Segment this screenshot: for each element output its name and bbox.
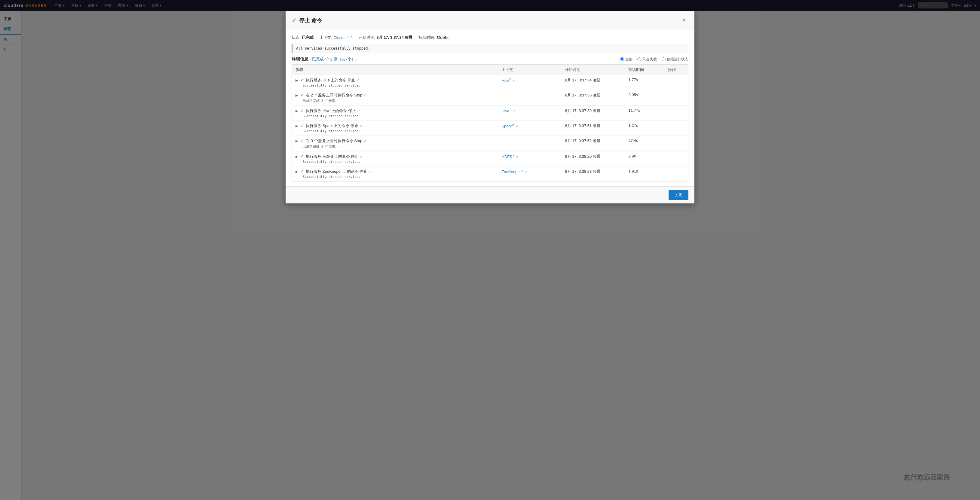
expand-icon-6[interactable]: ▶ [296, 170, 298, 173]
check-icon-6: ✓ [300, 169, 304, 174]
dialog-body: 状态: 已完成 上下文: Cluster 1 ↗ 开始时间: 8月 17, 3:… [286, 30, 694, 186]
table-row: ▶ ✓ 执行服务 HDFS 上的命令 停止 ⤢ Successfully sto… [292, 151, 689, 167]
detail-left: 详细信息 已完成7个步骤（共7个）。 [291, 57, 359, 62]
step-name-0: 执行服务 Hue 上的命令 停止 [306, 78, 355, 83]
step-sub-4: 已成功完成 3 个步骤。 [296, 144, 494, 149]
success-check-icon: ✓ [291, 17, 297, 24]
expand-icon-1[interactable]: ▶ [296, 94, 298, 97]
step-name-row-0: ▶ ✓ 执行服务 Hue 上的命令 停止 ⤢ [296, 78, 494, 83]
close-button[interactable]: 关闭 [668, 190, 689, 200]
table-row: ▶ ✓ 在 3 个服务上同时执行命令 Stop ⤢ 已成功完成 3 个步骤。 8… [292, 136, 689, 151]
step-count[interactable]: 已完成7个步骤（共7个）。 [312, 57, 359, 62]
context-link-icon-2[interactable]: ⤢ [513, 110, 515, 113]
expand-icon-5[interactable]: ▶ [296, 155, 298, 158]
step-name-5: 执行服务 HDFS 上的命令 停止 [306, 154, 359, 159]
context-link-3[interactable]: Spark↗ [501, 124, 514, 128]
dialog-overlay: ✓ 停止 命令 × 状态: 已完成 上下文: Cluster 1 ↗ [0, 0, 980, 500]
context-ext-icon-5: ↗ [512, 154, 515, 157]
dialog-header: ✓ 停止 命令 × [286, 11, 694, 30]
th-duration: 持续时间 [625, 65, 664, 75]
actions-cell-3 [664, 121, 688, 136]
step-name-row-3: ▶ ✓ 执行服务 Spark 上的命令 停止 ⤢ [296, 123, 494, 129]
th-step: 步骤 [292, 65, 498, 75]
context-link-icon-3[interactable]: ⤢ [515, 124, 518, 128]
radio-fail[interactable]: 只会失败 [637, 57, 657, 62]
expand-icon-0[interactable]: ▶ [296, 78, 298, 82]
context-cell-0: Hue↗ ⤢ [498, 75, 561, 90]
link-icon-6[interactable]: ⤢ [369, 170, 371, 173]
step-name-row-1: ▶ ✓ 在 2 个服务上同时执行命令 Stop ⤢ [296, 92, 494, 98]
radio-running-input[interactable] [662, 57, 665, 61]
step-name-row-5: ▶ ✓ 执行服务 HDFS 上的命令 停止 ⤢ [296, 154, 494, 159]
context-cell-5: HDFS↗ ⤢ [498, 151, 561, 167]
radio-fail-input[interactable] [637, 57, 641, 61]
success-message: All services successfully stopped. [291, 44, 689, 53]
context-link-0[interactable]: Hue↗ [501, 78, 511, 83]
expand-icon-4[interactable]: ▶ [296, 139, 298, 143]
context-link[interactable]: Cluster 1 ↗ [333, 35, 353, 40]
step-sub-6: Successfully stopped service. [296, 175, 494, 179]
check-icon-0: ✓ [300, 78, 304, 83]
check-icon-1: ✓ [300, 93, 304, 97]
context-cell-4 [498, 136, 561, 151]
expand-icon-2[interactable]: ▶ [296, 109, 298, 113]
duration-cell-6: 1.91s [625, 167, 664, 181]
context-cell-2: Hive↗ ⤢ [498, 106, 561, 121]
status-item-context: 上下文: Cluster 1 ↗ [320, 35, 353, 40]
duration-cell-1: 3.05s [625, 90, 664, 106]
duration-cell-3: 1.27s [625, 121, 664, 136]
actions-cell-5 [664, 151, 688, 167]
step-sub-5: Successfully stopped service. [296, 160, 494, 164]
dialog-title-row: ✓ 停止 命令 [291, 17, 322, 24]
check-icon-5: ✓ [300, 154, 304, 159]
step-cell-2: ▶ ✓ 执行服务 Hive 上的命令 停止 ⤢ Successfully sto… [292, 106, 498, 121]
link-icon-2[interactable]: ⤢ [357, 109, 360, 113]
start-value: 8月 17, 3:37:34 凌晨 [377, 35, 413, 40]
start-cell-2: 8月 17, 3:37:39 凌晨 [561, 106, 625, 121]
link-icon-5[interactable]: ⤢ [360, 155, 363, 158]
context-link-5[interactable]: HDFS↗ [501, 154, 514, 159]
expand-icon-3[interactable]: ▶ [296, 124, 298, 128]
context-ext-icon: ↗ [350, 35, 353, 38]
table-row: ▶ ✓ 执行服务 Hive 上的命令 停止 ⤢ Successfully sto… [292, 106, 689, 121]
link-icon-4[interactable]: ⤢ [363, 139, 366, 143]
radio-running[interactable]: 仅限运行状态 [662, 57, 689, 62]
context-link-icon-0[interactable]: ⤢ [512, 79, 515, 83]
actions-cell-6 [664, 167, 688, 181]
step-name-2: 执行服务 Hive 上的命令 停止 [306, 108, 356, 113]
step-cell-0: ▶ ✓ 执行服务 Hue 上的命令 停止 ⤢ Successfully stop… [292, 75, 498, 90]
step-name-row-6: ▶ ✓ 执行服务 ZooKeeper 上的命令 停止 ⤢ [296, 169, 494, 174]
status-value: 已完成 [302, 35, 313, 40]
dialog-close-button[interactable]: × [680, 16, 689, 25]
stop-command-dialog: ✓ 停止 命令 × 状态: 已完成 上下文: Cluster 1 ↗ [286, 11, 694, 203]
steps-table: 步骤 上下文 开始时间 持续时间 操作 ▶ ✓ 执行服务 Hue 上的命令 停止… [291, 64, 689, 181]
context-link-icon-6[interactable]: ⤢ [524, 170, 527, 174]
context-link-6[interactable]: ZooKeeper↗ [501, 170, 523, 174]
dialog-footer: 关闭 [286, 186, 694, 203]
start-cell-3: 8月 17, 3:37:51 凌晨 [561, 121, 625, 136]
status-label: 状态: [291, 35, 301, 40]
table-row: ▶ ✓ 在 2 个服务上同时执行命令 Stop ⤢ 已成功完成 2 个步骤。 8… [292, 90, 689, 106]
link-icon-0[interactable]: ⤢ [356, 78, 359, 82]
radio-all-input[interactable] [620, 57, 624, 61]
duration-cell-4: 27.4s [625, 136, 664, 151]
link-icon-3[interactable]: ⤢ [360, 124, 362, 128]
context-label: 上下文: [320, 35, 332, 40]
start-cell-0: 8月 17, 3:37:34 凌晨 [561, 75, 625, 90]
status-item-start: 开始时间: 8月 17, 3:37:34 凌晨 [359, 35, 413, 40]
step-name-3: 执行服务 Spark 上的命令 停止 [306, 124, 358, 128]
context-link-2[interactable]: Hive↗ [501, 109, 512, 113]
th-start: 开始时间 [561, 65, 625, 75]
step-name-row-4: ▶ ✓ 在 3 个服务上同时执行命令 Stop ⤢ [296, 138, 494, 144]
check-icon-4: ✓ [300, 138, 304, 143]
actions-cell-2 [664, 106, 688, 121]
context-ext-icon-6: ↗ [521, 169, 523, 172]
status-item-duration: 持续时间: 50.16s [418, 35, 448, 40]
context-link-icon-5[interactable]: ⤢ [515, 155, 518, 159]
duration-cell-5: 2.9s [625, 151, 664, 167]
radio-all[interactable]: 全部 [620, 57, 633, 62]
link-icon-1[interactable]: ⤢ [363, 94, 366, 97]
step-cell-6: ▶ ✓ 执行服务 ZooKeeper 上的命令 停止 ⤢ Successfull… [292, 167, 498, 181]
step-sub-1: 已成功完成 2 个步骤。 [296, 98, 494, 103]
context-ext-icon-2: ↗ [509, 108, 512, 111]
